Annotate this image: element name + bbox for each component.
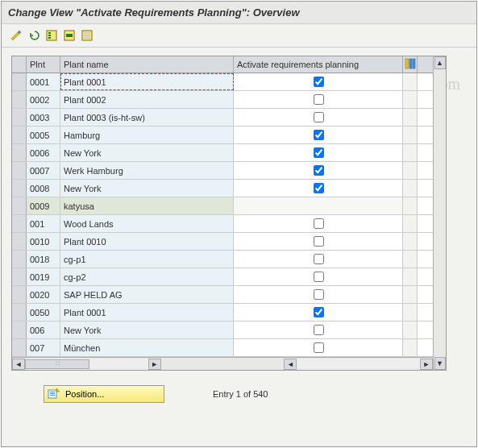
- activate-checkbox[interactable]: [314, 325, 324, 335]
- row-selector[interactable]: [12, 321, 27, 338]
- cell-plnt: 0019: [27, 268, 60, 285]
- activate-checkbox[interactable]: [314, 218, 324, 229]
- cell-plant-name: Plant 0001: [60, 304, 234, 321]
- activate-checkbox[interactable]: [314, 272, 324, 282]
- row-selector[interactable]: [12, 286, 27, 303]
- activate-checkbox[interactable]: [314, 183, 324, 193]
- table-row[interactable]: 0008New York: [12, 180, 433, 197]
- undo-icon[interactable]: [26, 27, 42, 44]
- vertical-scrollbar[interactable]: ▲ ▼: [433, 56, 446, 370]
- row-selector[interactable]: [12, 109, 27, 126]
- svg-rect-8: [84, 35, 90, 36]
- table-row[interactable]: 0050Plant 0001: [12, 304, 433, 321]
- cell-activate[interactable]: [234, 268, 403, 285]
- table-row[interactable]: 0010Plant 0010: [12, 233, 433, 251]
- toolbar: [2, 24, 476, 48]
- row-selector[interactable]: [12, 144, 27, 161]
- table-row[interactable]: 0001Plant 0001: [12, 73, 433, 91]
- header-plnt[interactable]: Plnt: [27, 56, 60, 73]
- cell-activate[interactable]: [234, 162, 403, 179]
- row-selector[interactable]: [12, 268, 27, 285]
- cell-plnt: 0009: [27, 197, 60, 214]
- activate-checkbox[interactable]: [314, 130, 324, 140]
- row-selector[interactable]: [12, 91, 27, 108]
- cell-plant-name: SAP HELD AG: [60, 286, 234, 303]
- cell-activate[interactable]: [234, 180, 403, 197]
- activate-checkbox[interactable]: [314, 236, 324, 247]
- cell-activate[interactable]: [234, 339, 403, 356]
- svg-rect-3: [48, 37, 51, 39]
- select-all-icon[interactable]: [44, 27, 60, 44]
- row-selector[interactable]: [12, 251, 27, 268]
- row-selector[interactable]: [12, 339, 27, 356]
- cell-activate[interactable]: [234, 91, 403, 108]
- cell-activate[interactable]: [234, 286, 403, 303]
- table-row[interactable]: 0003Plant 0003 (is-ht-sw): [12, 109, 433, 127]
- table-row[interactable]: 0002Plant 0002: [12, 91, 433, 109]
- cell-activate[interactable]: [234, 321, 403, 338]
- table-row[interactable]: 0009katyusa: [12, 197, 433, 215]
- cell-plnt: 0008: [27, 180, 60, 197]
- activate-checkbox[interactable]: [314, 77, 324, 87]
- header-plant-name[interactable]: Plant name: [60, 56, 234, 73]
- cell-activate[interactable]: [234, 233, 403, 250]
- entry-counter: Entry 1 of 540: [213, 389, 268, 399]
- cell-activate[interactable]: [234, 304, 403, 321]
- table-row[interactable]: 0018cg-p1: [12, 251, 433, 268]
- activate-checkbox[interactable]: [314, 165, 324, 176]
- row-selector[interactable]: [12, 233, 27, 250]
- table-row[interactable]: 0005Hamburg: [12, 127, 433, 144]
- header-select[interactable]: [12, 56, 27, 73]
- activate-checkbox[interactable]: [314, 254, 324, 264]
- change-icon[interactable]: [8, 27, 24, 44]
- table-row[interactable]: 007München: [12, 339, 433, 357]
- cell-plnt: 0002: [27, 91, 60, 108]
- row-selector[interactable]: [12, 162, 27, 179]
- activate-checkbox[interactable]: [314, 307, 324, 317]
- cell-activate[interactable]: [234, 109, 403, 126]
- scroll-right2-icon[interactable]: ►: [420, 359, 433, 370]
- cell-activate[interactable]: [234, 127, 403, 143]
- activate-checkbox[interactable]: [314, 289, 324, 300]
- horizontal-scrollbar[interactable]: ◄ ∷ ► ◄ ►: [12, 357, 433, 370]
- select-block-icon[interactable]: [61, 27, 77, 44]
- cell-activate[interactable]: [234, 73, 403, 90]
- row-selector[interactable]: [12, 197, 27, 214]
- cell-plnt: 0007: [27, 162, 60, 179]
- activate-checkbox[interactable]: [314, 342, 324, 353]
- row-selector[interactable]: [12, 73, 27, 90]
- scroll-up-icon[interactable]: ▲: [434, 56, 446, 69]
- activate-checkbox[interactable]: [314, 94, 324, 105]
- cell-activate[interactable]: [234, 251, 403, 268]
- row-selector[interactable]: [12, 127, 27, 143]
- scroll-right-icon[interactable]: ►: [148, 359, 161, 370]
- cell-activate[interactable]: [234, 197, 403, 214]
- svg-rect-11: [409, 59, 412, 68]
- table-row[interactable]: 0019cg-p2: [12, 268, 433, 286]
- cell-plnt: 006: [27, 321, 60, 338]
- scroll-left2-icon[interactable]: ◄: [284, 359, 297, 370]
- row-selector[interactable]: [12, 180, 27, 197]
- table-row[interactable]: 006New York: [12, 321, 433, 339]
- table-row[interactable]: 001Wood Lands: [12, 215, 433, 233]
- row-selector[interactable]: [12, 304, 27, 321]
- cell-plant-name: Plant 0010: [60, 233, 234, 250]
- scroll-left-icon[interactable]: ◄: [12, 359, 25, 370]
- cell-plant-name: katyusa: [60, 197, 234, 214]
- position-button[interactable]: Position...: [44, 385, 164, 403]
- cell-activate[interactable]: [234, 144, 403, 161]
- table-row[interactable]: 0007Werk Hamburg: [12, 162, 433, 180]
- activate-checkbox[interactable]: [314, 112, 324, 122]
- row-selector[interactable]: [12, 215, 27, 232]
- cell-activate[interactable]: [234, 215, 403, 232]
- table-row[interactable]: 0006New York: [12, 144, 433, 162]
- deselect-all-icon[interactable]: [79, 27, 95, 44]
- cell-plant-name: Plant 0002: [60, 91, 234, 108]
- cell-plant-name: New York: [60, 144, 234, 161]
- configure-columns-icon[interactable]: [403, 56, 418, 73]
- svg-rect-12: [413, 59, 415, 68]
- table-row[interactable]: 0020SAP HELD AG: [12, 286, 433, 304]
- header-activate[interactable]: Activate requirements planning: [234, 56, 403, 73]
- scroll-down-icon[interactable]: ▼: [434, 357, 446, 370]
- activate-checkbox[interactable]: [314, 147, 324, 158]
